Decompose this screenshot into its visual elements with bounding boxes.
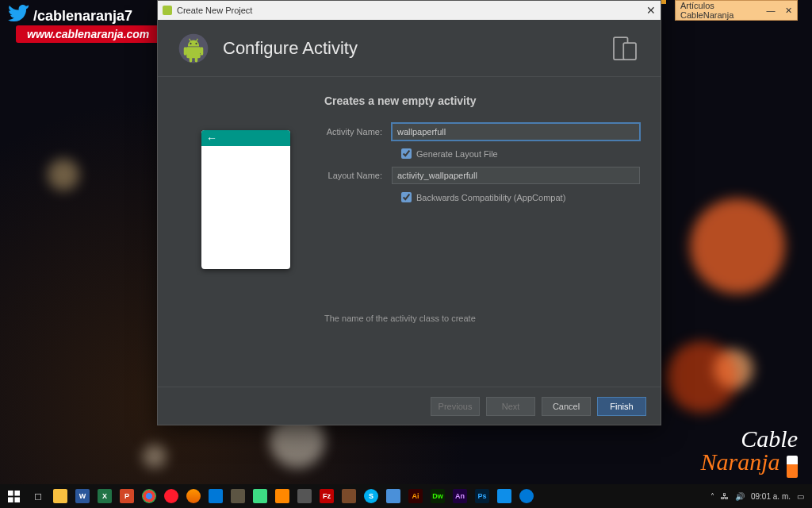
backwards-compat-row: Backwards Compatibility (AppCompat) (324, 192, 640, 202)
dialog-content: ← Creates a new empty activity Activity … (158, 77, 661, 387)
task-view-icon[interactable]: ◻ (27, 484, 49, 508)
devices-icon (608, 32, 642, 65)
taskbar-app-excel[interactable]: X (94, 484, 116, 508)
section-title: Creates a new empty activity (324, 94, 640, 107)
taskbar-app-generic-1[interactable] (293, 484, 316, 508)
taskbar-app-opera[interactable] (160, 484, 182, 508)
generate-layout-row: Generate Layout File (324, 148, 640, 159)
tray-volume-icon[interactable]: 🔊 (735, 492, 745, 501)
activity-form: Creates a new empty activity Activity Na… (313, 94, 640, 379)
generate-layout-checkbox[interactable] (401, 148, 412, 159)
twitter-icon (8, 5, 30, 27)
taskbar-app-teamviewer[interactable] (493, 484, 515, 508)
twitter-handle: /cablenaranja7 (8, 5, 132, 27)
taskbar-app-vlc[interactable] (271, 484, 293, 508)
back-arrow-icon: ← (201, 130, 290, 146)
taskbar-app-adobe-dreamweaver[interactable]: Dw (427, 484, 449, 508)
activity-name-row: Activity Name: (324, 123, 640, 140)
android-logo-icon (177, 32, 210, 65)
taskbar-app-word[interactable]: W (71, 484, 94, 508)
website-url-badge: www.cablenaranja.com (16, 25, 160, 43)
twitter-handle-text: /cablenaranja7 (33, 8, 132, 25)
plug-icon (787, 456, 798, 478)
dialog-header-title: Configure Activity (223, 38, 608, 59)
svg-rect-6 (623, 43, 636, 60)
svg-rect-9 (8, 497, 13, 502)
layout-name-row: Layout Name: (324, 167, 640, 184)
minimized-window-title: Artículos CableNaranja (676, 1, 762, 20)
tray-chevron-icon[interactable]: ˄ (710, 492, 714, 501)
taskbar-app-adobe-photoshop[interactable]: Ps (471, 484, 493, 508)
bokeh-circle (666, 341, 737, 413)
svg-rect-8 (14, 491, 20, 496)
svg-point-2 (195, 42, 197, 44)
taskbar-app-paint[interactable] (205, 484, 227, 508)
dialog-title-bar[interactable]: Create New Project ✕ (158, 1, 661, 20)
taskbar-app-generic-4[interactable] (515, 484, 538, 508)
android-studio-icon (163, 6, 172, 15)
finish-button[interactable]: Finish (597, 397, 646, 416)
close-icon[interactable]: ✕ (646, 4, 656, 17)
taskbar-app-powerpoint[interactable]: P (116, 484, 138, 508)
next-button[interactable]: Next (486, 397, 535, 416)
taskbar-app-file-explorer[interactable] (49, 484, 71, 508)
taskbar-app-android-studio[interactable] (249, 484, 271, 508)
brand-logo-line-2: Naranja (701, 448, 780, 475)
svg-rect-10 (14, 497, 20, 502)
taskbar-app-filezilla[interactable]: Fz (316, 484, 338, 508)
create-project-dialog: Create New Project ✕ Configure Activity … (157, 0, 661, 425)
activity-preview: ← (178, 94, 313, 379)
cancel-button[interactable]: Cancel (542, 397, 591, 416)
previous-button[interactable]: Previous (431, 397, 480, 416)
minimize-icon[interactable]: — (762, 6, 779, 15)
brand-logo: Cable Naranja (701, 429, 798, 478)
taskbar-app-generic-2[interactable] (338, 484, 360, 508)
bokeh-circle (48, 159, 79, 190)
dialog-window-title: Create New Project (177, 6, 646, 15)
brand-logo-line-1: Cable (701, 429, 798, 448)
taskbar-app-adobe-illustrator[interactable]: Ai (404, 484, 427, 508)
tray-network-icon[interactable]: 🖧 (721, 492, 729, 501)
svg-rect-7 (8, 491, 13, 496)
phone-mockup: ← (201, 130, 290, 269)
activity-name-label: Activity Name: (324, 127, 392, 137)
svg-point-1 (190, 42, 191, 44)
start-button[interactable] (0, 484, 27, 508)
tray-notifications-icon[interactable]: ▭ (797, 492, 804, 501)
taskbar-app-chrome[interactable] (138, 484, 160, 508)
layout-name-label: Layout Name: (324, 171, 392, 180)
backwards-compat-checkbox[interactable] (401, 192, 412, 202)
background-minimized-window[interactable]: Artículos CableNaranja — ✕ (675, 0, 798, 21)
backwards-compat-label: Backwards Compatibility (AppCompat) (416, 193, 565, 202)
bokeh-circle (143, 444, 167, 468)
close-icon[interactable]: ✕ (779, 6, 797, 16)
windows-taskbar[interactable]: ◻ W X P Fz S Ai Dw An Ps ˄ 🖧 🔊 09:01 a. … (0, 484, 812, 508)
phone-app-bar: ← (201, 130, 290, 146)
taskbar-app-adobe-animate[interactable]: An (449, 484, 471, 508)
taskbar-app-firefox[interactable] (182, 484, 205, 508)
dialog-header: Configure Activity (158, 20, 661, 77)
tray-clock[interactable]: 09:01 a. m. (751, 492, 791, 501)
generate-layout-label: Generate Layout File (416, 149, 498, 159)
hint-text: The name of the activity class to create (324, 306, 640, 323)
taskbar-app-skype[interactable]: S (360, 484, 382, 508)
taskbar-app-gimp[interactable] (227, 484, 249, 508)
bokeh-circle (690, 198, 785, 294)
layout-name-input[interactable] (392, 167, 640, 184)
taskbar-app-generic-3[interactable] (382, 484, 404, 508)
system-tray[interactable]: ˄ 🖧 🔊 09:01 a. m. ▭ (703, 492, 812, 501)
dialog-footer: Previous Next Cancel Finish (158, 387, 661, 425)
activity-name-input[interactable] (392, 123, 640, 140)
windows-icon (8, 491, 20, 502)
